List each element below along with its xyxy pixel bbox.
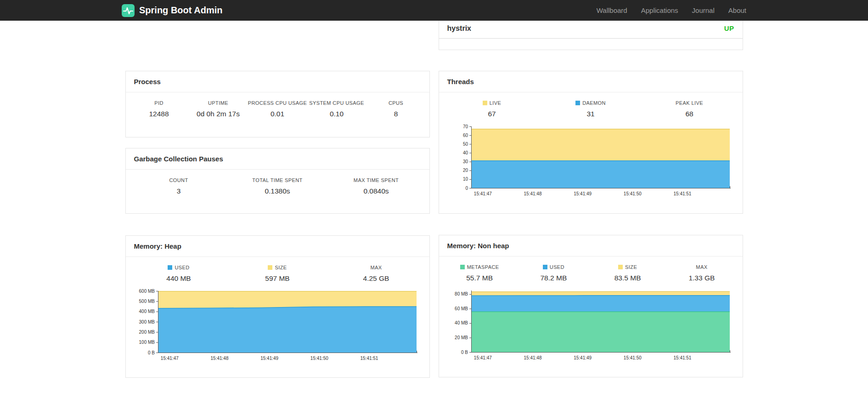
legend-item-max: MAX 4.25 GB: [327, 265, 426, 283]
memory-heap-legend: USED 440 MB SIZE 597 MB MAX 4.25 GB: [126, 257, 429, 283]
svg-text:15:41:51: 15:41:51: [674, 355, 692, 360]
svg-text:60 MB: 60 MB: [455, 306, 468, 311]
svg-text:15:41:47: 15:41:47: [474, 355, 492, 360]
svg-text:40 MB: 40 MB: [455, 320, 468, 325]
nav-item-wallboard[interactable]: Wallboard: [597, 6, 627, 14]
legend-value: 83.5 MB: [591, 274, 665, 282]
process-metrics: PID 12488 UPTIME 0d 0h 2m 17s PROCESS CP…: [126, 92, 429, 118]
legend-value: 440 MB: [130, 274, 228, 283]
nav-item-journal[interactable]: Journal: [692, 6, 715, 14]
series-color-swatch: [460, 265, 465, 269]
legend-value: 31: [541, 110, 640, 118]
legend-label: LIVE: [490, 100, 501, 106]
navbar: Spring Boot Admin Wallboard Applications…: [0, 0, 868, 21]
brand[interactable]: Spring Boot Admin: [122, 4, 222, 17]
legend-item-daemon: DAEMON 31: [541, 100, 640, 118]
series-color-swatch: [618, 265, 623, 269]
legend-label: USED: [550, 264, 564, 270]
svg-text:50: 50: [463, 142, 468, 147]
legend-value: 4.25 GB: [327, 274, 426, 283]
legend-label: USED: [175, 265, 189, 270]
svg-text:15:41:48: 15:41:48: [524, 355, 542, 360]
application-status-badge: UP: [724, 24, 734, 32]
metric-value: 0.01: [248, 110, 307, 118]
legend-item-size: SIZE 597 MB: [228, 265, 327, 283]
right-column: Threads LIVE 67 DAEMON 31 PEAK LIVE 68: [439, 71, 743, 378]
metric-label: PID: [130, 100, 189, 106]
legend-item-live: LIVE 67: [443, 100, 541, 118]
svg-text:30: 30: [463, 159, 468, 164]
svg-text:15:41:50: 15:41:50: [624, 355, 642, 360]
svg-text:400 MB: 400 MB: [139, 309, 155, 314]
legend-item-metaspace: METASPACE 55.7 MB: [443, 264, 517, 282]
legend-item-peak-live: PEAK LIVE 68: [640, 100, 739, 118]
process-card: Process PID 12488 UPTIME 0d 0h 2m 17s PR…: [125, 71, 430, 137]
series-color-swatch: [483, 101, 487, 105]
memory-nonheap-chart: 0 B20 MB40 MB60 MB80 MB15:41:4715:41:481…: [439, 288, 743, 365]
series-color-swatch: [543, 265, 547, 269]
svg-text:15:41:47: 15:41:47: [161, 356, 179, 361]
svg-text:40: 40: [463, 150, 468, 155]
legend-value: 67: [443, 110, 541, 118]
legend-value: 1.33 GB: [665, 274, 738, 282]
svg-text:0 B: 0 B: [461, 350, 468, 355]
series-color-swatch: [268, 265, 272, 270]
application-name[interactable]: hystrix: [447, 24, 471, 33]
series-color-swatch: [168, 265, 172, 270]
metric-gc-count: COUNT 3: [130, 177, 228, 195]
svg-text:15:41:47: 15:41:47: [474, 191, 492, 196]
metric-uptime: UPTIME 0d 0h 2m 17s: [189, 100, 248, 118]
memory-heap-card: Memory: Heap USED 440 MB SIZE 597 MB MAX…: [125, 235, 430, 378]
metric-pid: PID 12488: [130, 100, 189, 118]
application-row[interactable]: hystrix UP: [439, 21, 743, 39]
metric-process-cpu: PROCESS CPU USAGE 0.01: [248, 100, 307, 118]
metric-label: MAX TIME SPENT: [327, 177, 426, 183]
svg-text:15:41:48: 15:41:48: [524, 191, 542, 196]
svg-text:0: 0: [465, 186, 468, 191]
svg-text:60: 60: [463, 133, 468, 138]
legend-label: DAEMON: [582, 100, 606, 106]
metric-gc-total-time: TOTAL TIME SPENT 0.1380s: [228, 177, 327, 195]
legend-item-size: SIZE 83.5 MB: [591, 264, 665, 282]
threads-legend: LIVE 67 DAEMON 31 PEAK LIVE 68: [439, 92, 743, 118]
svg-text:300 MB: 300 MB: [139, 319, 155, 325]
metric-value: 8: [366, 110, 426, 118]
svg-text:100 MB: 100 MB: [139, 340, 155, 345]
svg-text:10: 10: [463, 177, 468, 182]
legend-item-used: USED 78.2 MB: [517, 264, 591, 282]
metric-value: 3: [130, 187, 228, 195]
legend-value: 55.7 MB: [443, 274, 517, 282]
metric-label: COUNT: [130, 177, 228, 183]
metric-system-cpu: SYSTEM CPU USAGE 0.10: [307, 100, 366, 118]
threads-chart: 01020304050607015:41:4715:41:4815:41:491…: [439, 124, 743, 201]
svg-text:15:41:49: 15:41:49: [574, 191, 592, 196]
brand-title: Spring Boot Admin: [139, 5, 222, 16]
metric-value: 0.0840s: [327, 187, 426, 195]
nav-item-about[interactable]: About: [728, 6, 746, 14]
svg-text:20 MB: 20 MB: [455, 335, 468, 340]
svg-text:15:41:51: 15:41:51: [361, 356, 378, 361]
memory-nonheap-card-title: Memory: Non heap: [439, 235, 743, 256]
metric-cpus: CPUS 8: [366, 100, 426, 118]
metric-value: 12488: [130, 110, 189, 118]
svg-text:15:41:49: 15:41:49: [260, 356, 278, 361]
legend-value: 68: [640, 110, 739, 118]
memory-heap-chart: 0 B100 MB200 MB300 MB400 MB500 MB600 MB1…: [126, 288, 429, 365]
metric-label: PROCESS CPU USAGE: [248, 100, 307, 106]
process-card-title: Process: [126, 71, 429, 92]
metric-label: SYSTEM CPU USAGE: [307, 100, 366, 106]
nav-item-applications[interactable]: Applications: [641, 6, 678, 14]
legend-label: SIZE: [625, 264, 637, 270]
legend-value: 597 MB: [228, 274, 327, 283]
svg-text:0 B: 0 B: [148, 350, 155, 355]
threads-card-title: Threads: [439, 71, 743, 92]
legend-label: PEAK LIVE: [676, 100, 703, 106]
legend-item-max: MAX 1.33 GB: [665, 264, 738, 282]
legend-item-used: USED 440 MB: [130, 265, 228, 283]
svg-text:15:41:48: 15:41:48: [211, 356, 229, 361]
legend-label: MAX: [370, 265, 382, 270]
metric-value: 0.10: [307, 110, 366, 118]
svg-text:15:41:50: 15:41:50: [624, 191, 642, 196]
metric-label: TOTAL TIME SPENT: [228, 177, 327, 183]
svg-text:500 MB: 500 MB: [139, 299, 155, 304]
